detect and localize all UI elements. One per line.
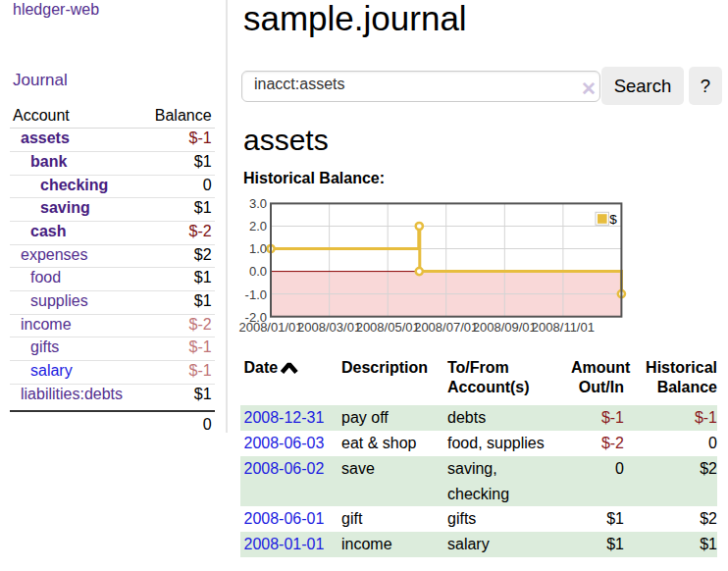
svg-text:2008/01/01: 2008/01/01 [238,320,302,335]
svg-text:2008/11/01: 2008/11/01 [532,320,595,335]
svg-text:2008/09/01: 2008/09/01 [473,320,537,335]
svg-text:3.0: 3.0 [249,196,267,211]
svg-text:2.0: 2.0 [249,219,267,234]
svg-text:1.0: 1.0 [249,241,267,256]
svg-text:0.0: 0.0 [249,264,267,279]
svg-text:$: $ [609,212,617,227]
svg-text:2008/03/01: 2008/03/01 [297,320,361,335]
svg-text:-1.0: -1.0 [245,287,267,302]
svg-text:2008/05/01: 2008/05/01 [356,320,420,335]
svg-text:2008/07/01: 2008/07/01 [414,320,478,335]
